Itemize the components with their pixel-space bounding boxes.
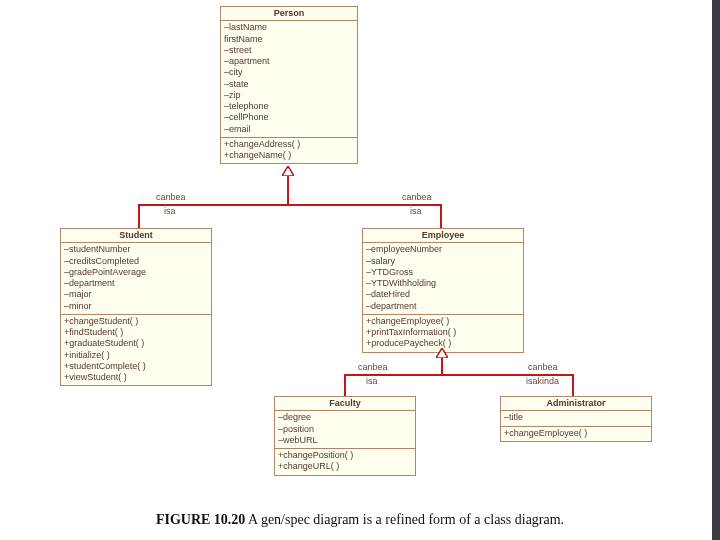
attr: –minor: [64, 301, 208, 312]
connector-line: [138, 204, 442, 206]
op: +changeURL( ): [278, 461, 412, 472]
attr: –creditsCompleted: [64, 256, 208, 267]
caption-bold: FIGURE 10.20: [156, 512, 245, 527]
rel-label-isa: isa: [366, 376, 378, 386]
connector-line: [138, 204, 140, 228]
rel-label-canbea: canbea: [156, 192, 186, 202]
attr: –cellPhone: [224, 112, 354, 123]
attrs-section: –degree –position –webURL: [275, 411, 415, 449]
attrs-section: –lastName firstName –street –apartment –…: [221, 21, 357, 138]
attr: –studentNumber: [64, 244, 208, 255]
attr: –department: [366, 301, 520, 312]
attrs-section: –title: [501, 411, 651, 426]
ops-section: +changeEmployee( ) +printTaxInformation(…: [363, 315, 523, 352]
attr: –YTDWithholding: [366, 278, 520, 289]
op: +studentComplete( ): [64, 361, 208, 372]
rel-label-isa: isa: [164, 206, 176, 216]
rel-label-canbea: canbea: [402, 192, 432, 202]
attr: –zip: [224, 90, 354, 101]
attr: –state: [224, 79, 354, 90]
op: +changePosition( ): [278, 450, 412, 461]
ops-section: +changeAddress( ) +changeName( ): [221, 138, 357, 164]
class-title: Employee: [363, 229, 523, 243]
attr: –webURL: [278, 435, 412, 446]
connector-line: [344, 374, 346, 396]
figure-caption: FIGURE 10.20 A gen/spec diagram is a ref…: [0, 512, 720, 528]
rel-label-canbea: canbea: [528, 362, 558, 372]
attrs-section: –employeeNumber –salary –YTDGross –YTDWi…: [363, 243, 523, 315]
class-faculty: Faculty –degree –position –webURL +chang…: [274, 396, 416, 476]
attr: –employeeNumber: [366, 244, 520, 255]
attr: –salary: [366, 256, 520, 267]
class-person: Person –lastName firstName –street –apar…: [220, 6, 358, 164]
uml-canvas: Person –lastName firstName –street –apar…: [60, 6, 664, 486]
op: +changeEmployee( ): [366, 316, 520, 327]
attr: –city: [224, 67, 354, 78]
generalization-arrow-icon: [282, 166, 292, 176]
slide-accent-bar: [712, 0, 720, 540]
op: +findStudent( ): [64, 327, 208, 338]
connector-line: [287, 176, 289, 206]
attr: –degree: [278, 412, 412, 423]
class-employee: Employee –employeeNumber –salary –YTDGro…: [362, 228, 524, 353]
attr: –dateHired: [366, 289, 520, 300]
generalization-arrow-icon: [436, 348, 446, 358]
rel-label-isa: isa: [410, 206, 422, 216]
attr: –position: [278, 424, 412, 435]
svg-marker-0: [282, 166, 294, 176]
attr: –email: [224, 124, 354, 135]
attr: –department: [64, 278, 208, 289]
attr: –gradePointAverage: [64, 267, 208, 278]
svg-marker-1: [436, 348, 448, 358]
caption-rest: A gen/spec diagram is a refined form of …: [245, 512, 564, 527]
attr: firstName: [224, 34, 354, 45]
op: +printTaxInformation( ): [366, 327, 520, 338]
class-title: Student: [61, 229, 211, 243]
class-title: Faculty: [275, 397, 415, 411]
attr: –apartment: [224, 56, 354, 67]
attr: –telephone: [224, 101, 354, 112]
attr: –major: [64, 289, 208, 300]
connector-line: [440, 204, 442, 228]
ops-section: +changePosition( ) +changeURL( ): [275, 449, 415, 475]
class-administrator: Administrator –title +changeEmployee( ): [500, 396, 652, 442]
attr: –title: [504, 412, 648, 423]
connector-line: [572, 374, 574, 396]
ops-section: +changeEmployee( ): [501, 427, 651, 441]
op: +changeEmployee( ): [504, 428, 648, 439]
op: +changeStudent( ): [64, 316, 208, 327]
op: +viewStudent( ): [64, 372, 208, 383]
op: +changeName( ): [224, 150, 354, 161]
rel-label-canbea: canbea: [358, 362, 388, 372]
attr: –street: [224, 45, 354, 56]
attr: –YTDGross: [366, 267, 520, 278]
rel-label-isakinda: isakinda: [526, 376, 559, 386]
attr: –lastName: [224, 22, 354, 33]
ops-section: +changeStudent( ) +findStudent( ) +gradu…: [61, 315, 211, 386]
op: +changeAddress( ): [224, 139, 354, 150]
attrs-section: –studentNumber –creditsCompleted –gradeP…: [61, 243, 211, 315]
class-title: Administrator: [501, 397, 651, 411]
class-student: Student –studentNumber –creditsCompleted…: [60, 228, 212, 386]
class-title: Person: [221, 7, 357, 21]
op: +graduateStudent( ): [64, 338, 208, 349]
op: +initialize( ): [64, 350, 208, 361]
